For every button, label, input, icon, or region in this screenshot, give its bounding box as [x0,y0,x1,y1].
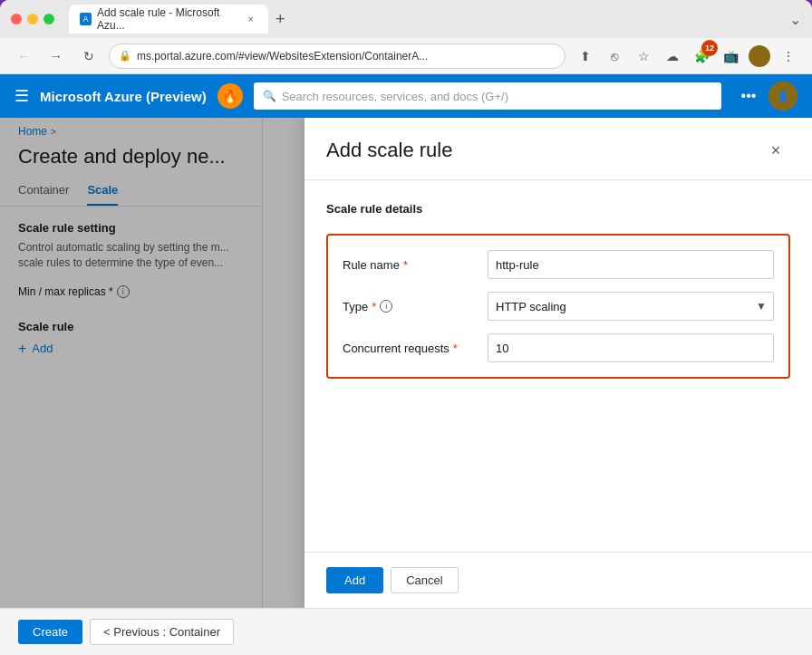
form-highlight-box: Rule name * Type * i [326,234,790,379]
topbar-actions: ••• 👤 [732,80,798,112]
preview-badge[interactable]: 🔥 [218,83,243,109]
profile-circle[interactable] [747,43,772,69]
modal-cancel-btn[interactable]: Cancel [391,567,458,593]
browser-chrome: A Add scale rule - Microsoft Azu... × + … [0,0,812,74]
modal-panel: Add scale rule × Scale rule details Rule… [304,118,812,608]
forward-btn[interactable]: → [44,43,69,69]
close-window-btn[interactable] [11,14,22,24]
address-text: ms.portal.azure.com/#view/WebsitesExtens… [137,50,556,63]
tab-favicon: A [80,13,92,25]
tab-title: Add scale rule - Microsoft Azu... [97,6,238,32]
window-controls [11,14,54,24]
search-placeholder: Search resources, services, and docs (G+… [282,90,508,103]
active-tab[interactable]: A Add scale rule - Microsoft Azu... × [69,5,268,34]
browser-menu-btn[interactable]: ⋮ [776,43,801,69]
type-field: Type * i HTTP scaling CPU scaling Memory… [343,292,774,321]
modal-add-btn[interactable]: Add [326,567,383,593]
address-bar[interactable]: 🔒 ms.portal.azure.com/#view/WebsitesExte… [109,43,566,69]
concurrent-requests-field: Concurrent requests * [343,333,774,362]
refresh-btn[interactable]: ↻ [76,43,102,69]
new-tab-btn[interactable]: + [272,6,289,33]
hamburger-menu-btn[interactable]: ☰ [14,86,29,106]
rule-name-input[interactable] [488,250,774,279]
type-label: Type * i [343,300,488,313]
azure-content: Home > Create and deploy ne... Container… [0,118,812,608]
bottom-bar: Create < Previous : Container [0,608,812,655]
user-avatar [749,45,770,67]
azure-logo: Microsoft Azure (Preview) [40,89,207,104]
cast-btn[interactable]: 📺 [718,43,743,69]
extensions-btn[interactable]: ⬆ [573,43,598,69]
modal-section-title: Scale rule details [326,202,790,216]
nav-actions: ⬆ ⎋ ☆ ☁ 🧩 12 📺 ⋮ [573,43,801,69]
search-icon: 🔍 [263,90,276,102]
maximize-window-btn[interactable] [44,14,54,24]
rule-name-label: Rule name * [343,258,488,272]
minimize-window-btn[interactable] [27,14,38,24]
modal-close-btn[interactable]: × [761,136,790,165]
previous-container-btn[interactable]: < Previous : Container [90,619,234,645]
azure-topbar: ☰ Microsoft Azure (Preview) 🔥 🔍 Search r… [0,74,812,118]
ext-badge: 12 [701,40,718,56]
modal-footer: Add Cancel [304,552,812,608]
concurrent-requests-input[interactable] [488,333,774,362]
browser-navbar: ← → ↻ 🔒 ms.portal.azure.com/#view/Websit… [0,38,812,74]
tab-menu-btn[interactable]: ⌄ [789,11,801,28]
type-info-icon[interactable]: i [380,300,392,313]
favorites-btn[interactable]: ☆ [631,43,656,69]
required-star-2: * [372,300,376,313]
modal-header: Add scale rule × [304,118,812,180]
extensions-puzzle-btn[interactable]: 🧩 12 [689,43,714,69]
modal-body: Scale rule details Rule name * Type [304,180,812,552]
azure-app: ☰ Microsoft Azure (Preview) 🔥 🔍 Search r… [0,74,812,655]
rule-name-field: Rule name * [343,250,774,279]
lock-icon: 🔒 [119,50,131,62]
back-btn[interactable]: ← [11,43,36,69]
tab-close-btn[interactable]: × [244,12,257,26]
profile-initial: 👤 [768,82,798,111]
concurrent-requests-label: Concurrent requests * [343,342,488,355]
cloud-icon[interactable]: ☁ [660,43,685,69]
type-select[interactable]: HTTP scaling CPU scaling Memory scaling … [488,292,774,321]
browser-tabs: A Add scale rule - Microsoft Azu... × + [69,5,782,34]
browser-titlebar: A Add scale rule - Microsoft Azu... × + … [0,0,812,38]
topbar-profile-btn[interactable]: 👤 [768,82,798,111]
azure-search-bar[interactable]: 🔍 Search resources, services, and docs (… [254,82,721,110]
topbar-more-btn[interactable]: ••• [732,80,765,112]
modal-title: Add scale rule [326,139,452,162]
required-star-3: * [453,342,458,355]
create-btn[interactable]: Create [18,620,82,644]
required-star-1: * [403,258,408,272]
type-select-wrapper: HTTP scaling CPU scaling Memory scaling … [488,292,774,321]
share-btn[interactable]: ⎋ [602,43,627,69]
